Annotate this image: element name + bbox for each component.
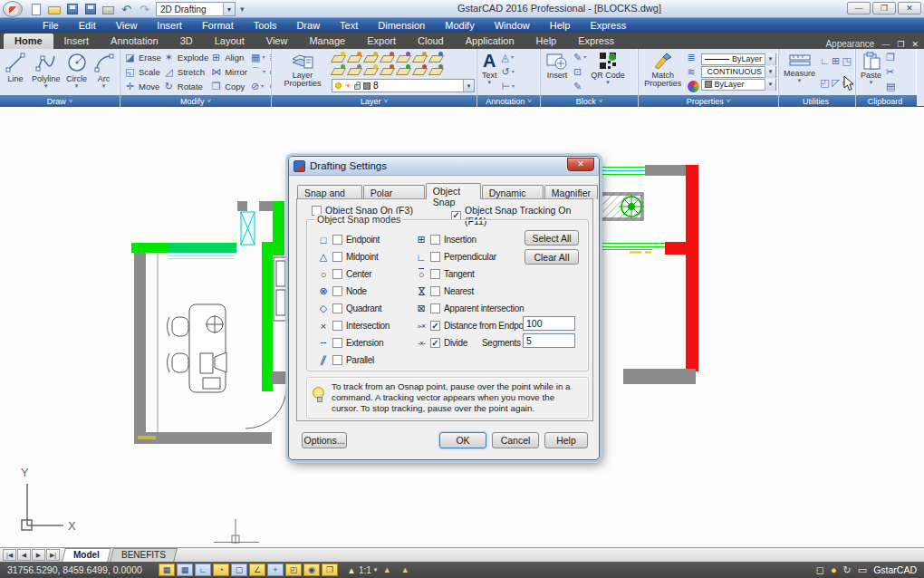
ribbon-tab-insert[interactable]: Insert	[53, 34, 101, 49]
sync-icon[interactable]: ↻	[843, 564, 852, 576]
menu-modify[interactable]: Modify	[435, 18, 484, 33]
chevron-down-icon[interactable]: ▾	[44, 83, 48, 89]
layer-delete-icon[interactable]	[413, 64, 427, 75]
circle-button[interactable]: Circle ▾	[63, 50, 91, 94]
distance-from-endpoint-checkbox[interactable]	[430, 321, 440, 331]
polyline-button[interactable]: Polyline ▾	[29, 50, 63, 94]
dimension-button[interactable]: ⊢▾	[502, 81, 515, 92]
grid-toggle-icon[interactable]: ▦	[177, 564, 193, 576]
first-tab-icon[interactable]: |◀	[3, 549, 16, 561]
rotate-button[interactable]: ↻Rotate	[163, 80, 208, 94]
color-combobox[interactable]: ByLayer▼	[701, 79, 777, 91]
measure-button[interactable]: Measure ▾	[781, 50, 818, 94]
mirror-button[interactable]: ⋈Mirror	[210, 65, 247, 80]
layer-thaw-icon[interactable]	[348, 64, 361, 75]
segments-input[interactable]	[523, 333, 575, 348]
layer-merge-icon[interactable]	[397, 64, 410, 75]
undo-icon[interactable]: ↶	[120, 3, 133, 16]
arc-button[interactable]: Arc ▾	[91, 50, 118, 94]
bulb-status-icon[interactable]: ●	[831, 564, 837, 575]
intersection-checkbox[interactable]	[332, 321, 342, 331]
array-button[interactable]: ▦▾	[251, 52, 265, 63]
copy-clip-button[interactable]: ❐	[886, 52, 895, 63]
ok-button[interactable]: OK	[439, 432, 486, 448]
ribbon-tab-home[interactable]: Home	[4, 34, 53, 49]
tab-object-snap[interactable]: Object Snap	[426, 183, 481, 199]
last-tab-icon[interactable]: ▶|	[46, 549, 60, 561]
quick-calc-button[interactable]: ⊞	[832, 55, 840, 67]
define-attribute-button[interactable]: ⊡	[573, 66, 586, 78]
toolbar-overflow-icon[interactable]: ▾	[240, 5, 245, 14]
layer-isolate-icon[interactable]	[429, 52, 443, 63]
center-checkbox[interactable]	[332, 269, 342, 279]
tangent-checkbox[interactable]	[430, 269, 440, 279]
menu-express[interactable]: Express	[580, 18, 636, 33]
nearest-checkbox[interactable]	[430, 286, 440, 296]
edit-attribute-button[interactable]: ✎	[573, 81, 586, 92]
options-button[interactable]: Options...	[302, 432, 347, 448]
open-file-icon[interactable]	[47, 3, 61, 16]
explode-button[interactable]: ✶Explode	[163, 51, 208, 65]
erase-button[interactable]: ◪Erase	[124, 51, 161, 65]
new-file-icon[interactable]	[29, 3, 43, 16]
osnap-toggle-icon[interactable]: ∠	[249, 564, 265, 576]
tab-benefits[interactable]: BENEFITS	[110, 548, 178, 562]
annotation-visibility-icon[interactable]: ▲	[379, 564, 395, 576]
stretch-button[interactable]: ◿Stretch	[163, 65, 208, 80]
ribbon-tab-annotation[interactable]: Annotation	[100, 34, 169, 49]
auto-scale-icon[interactable]: ▲	[397, 564, 413, 576]
save-as-icon[interactable]	[83, 3, 97, 16]
revision-cloud-button[interactable]: ↺▾	[502, 66, 515, 78]
linetype-combobox[interactable]: CONTINUOUS▼	[701, 66, 777, 78]
fillet-button[interactable]: ⌒▾	[251, 66, 265, 78]
color-wheel-icon[interactable]	[688, 81, 699, 92]
layer-off-icon[interactable]	[332, 64, 345, 75]
ribbon-tab-layout[interactable]: Layout	[204, 34, 255, 49]
minimize-button[interactable]: —	[847, 2, 871, 14]
node-checkbox[interactable]	[332, 286, 342, 296]
layer-combobox[interactable]: ☀ 8 ▼	[332, 79, 475, 92]
tab-snap-and-grid[interactable]: Snap and GRid	[297, 185, 362, 199]
menu-format[interactable]: Format	[192, 18, 244, 33]
perpendicular-checkbox[interactable]	[430, 252, 440, 262]
otrack-toggle-icon[interactable]: +	[267, 564, 284, 576]
chevron-down-icon[interactable]: ▾	[870, 80, 873, 85]
chevron-down-icon[interactable]: ▼	[765, 66, 775, 78]
next-tab-icon[interactable]: ▶	[32, 549, 45, 561]
panel-label-utilities[interactable]: Utilities	[779, 95, 855, 107]
extension-checkbox[interactable]	[332, 338, 342, 348]
ortho-toggle-icon[interactable]: ∟	[195, 564, 211, 576]
paste-special-button[interactable]: ▤	[886, 81, 895, 92]
divide-checkbox[interactable]	[430, 338, 440, 348]
layer-lock-icon[interactable]	[364, 52, 378, 63]
endpoint-checkbox[interactable]	[332, 235, 342, 245]
ribbon-tab-help[interactable]: Help	[525, 34, 568, 49]
layer-freeze-icon[interactable]	[348, 52, 361, 63]
tab-polar-tracking[interactable]: Polar Tracking	[363, 185, 425, 199]
ribbon-tab-view[interactable]: View	[255, 34, 299, 49]
tab-dynamic-input[interactable]: Dynamic Input	[482, 185, 544, 199]
paste-button[interactable]: Paste ▾	[858, 50, 884, 94]
magnifier-toggle-icon[interactable]: ◉	[303, 564, 320, 576]
layer-previous-icon[interactable]	[413, 52, 427, 63]
menu-insert[interactable]: Insert	[147, 18, 192, 33]
menu-text[interactable]: Text	[330, 18, 368, 33]
insert-block-button[interactable]: Insert	[543, 50, 572, 94]
linetype-icon[interactable]: ≋	[688, 66, 699, 78]
scale-button[interactable]: ◱Scale	[124, 65, 161, 80]
match-properties-button[interactable]: Match Properties	[640, 50, 686, 94]
layer-match-icon[interactable]	[397, 52, 410, 63]
chevron-down-icon[interactable]: ▼	[765, 53, 775, 65]
block-editor-button[interactable]: ✎▾	[573, 52, 586, 63]
lineweight-toggle-icon[interactable]: ▢	[231, 564, 247, 576]
cancel-button[interactable]: Cancel	[492, 432, 539, 448]
apparent-intersection-checkbox[interactable]	[430, 303, 440, 313]
menu-tools[interactable]: Tools	[244, 18, 287, 33]
lineweight-icon[interactable]: ≣	[688, 52, 699, 63]
edit-hatch-button[interactable]: ⊕	[269, 81, 271, 92]
offset-button[interactable]: ▭	[269, 66, 271, 78]
chevron-down-icon[interactable]: ▾	[488, 80, 492, 85]
distance-input[interactable]	[523, 316, 575, 331]
lineweight-combobox[interactable]: ByLayer▼	[701, 53, 777, 65]
chevron-down-icon[interactable]: ▾	[798, 78, 802, 83]
